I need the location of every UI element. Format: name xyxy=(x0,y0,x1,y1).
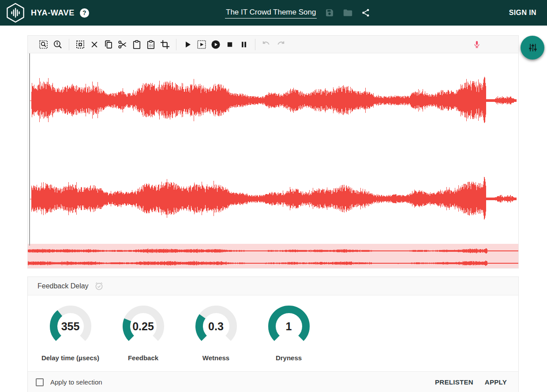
knob-row: 355 Delay time (µsecs) 0.25 Feedback 0.3… xyxy=(28,295,518,371)
knob-dial[interactable]: 0.25 xyxy=(121,304,165,348)
paste-audio-icon xyxy=(146,39,156,50)
knob-value: 1 xyxy=(267,304,311,348)
play-all-button[interactable] xyxy=(209,37,223,52)
knob-label: Delay time (µsecs) xyxy=(41,354,99,362)
toolbar-separator xyxy=(69,39,69,50)
scissors-icon xyxy=(117,39,128,50)
knob[interactable]: 1 Dryness xyxy=(252,304,325,362)
undo-button[interactable] xyxy=(259,37,274,52)
record-button[interactable] xyxy=(470,37,484,52)
crop-icon xyxy=(160,39,170,50)
effects-panel-fab[interactable] xyxy=(521,36,544,60)
knob-dial[interactable]: 0.3 xyxy=(194,304,238,348)
play-selection-icon xyxy=(196,39,207,50)
redo-icon xyxy=(275,39,286,50)
save-icon xyxy=(324,7,335,18)
pause-icon xyxy=(239,39,249,50)
play-circle-icon xyxy=(210,39,221,50)
share-button[interactable] xyxy=(360,7,371,18)
editor-toolbar xyxy=(28,36,518,53)
select-all-button[interactable] xyxy=(73,37,87,52)
play-icon xyxy=(182,39,193,50)
zoom-selection-icon xyxy=(38,39,49,50)
help-button[interactable]: ? xyxy=(80,8,89,18)
knob[interactable]: 0.3 Wetness xyxy=(180,304,252,362)
apply-to-selection-checkbox[interactable] xyxy=(36,378,44,386)
minimap-channel-left xyxy=(28,248,518,254)
document-title-group xyxy=(225,0,371,26)
redo-button[interactable] xyxy=(274,37,288,52)
main-content: Feedback Delay 355 Delay time (µsecs) xyxy=(0,26,547,392)
knob-label: Dryness xyxy=(276,354,302,362)
app-header: HYA-WAVE ? SIGN I xyxy=(0,0,547,26)
sign-in-button[interactable]: SIGN IN xyxy=(506,5,540,20)
paste-icon xyxy=(131,39,142,50)
waveform-svg xyxy=(28,53,518,244)
knob-value: 355 xyxy=(49,304,93,348)
help-icon: ? xyxy=(82,9,86,16)
knob-value: 0.3 xyxy=(194,304,238,348)
close-icon xyxy=(89,39,100,50)
apply-button[interactable]: APPLY xyxy=(482,375,510,389)
track-title-input[interactable] xyxy=(225,7,317,19)
open-file-button[interactable] xyxy=(342,7,353,18)
select-all-icon xyxy=(75,39,86,50)
stop-button[interactable] xyxy=(223,37,237,52)
microphone-icon xyxy=(472,40,482,49)
copy-icon xyxy=(103,39,114,50)
clear-selection-button[interactable] xyxy=(87,37,101,52)
share-icon xyxy=(361,8,371,18)
minimap-navigator[interactable] xyxy=(28,244,518,268)
waveform-channel-left xyxy=(30,77,516,123)
knob-label: Feedback xyxy=(128,354,158,362)
minimap-channel-right xyxy=(28,261,518,266)
alarm-check-icon xyxy=(94,281,104,291)
tune-sliders-icon xyxy=(527,42,538,53)
undo-icon xyxy=(261,39,272,50)
effect-panel-header: Feedback Delay xyxy=(28,277,518,295)
knob[interactable]: 355 Delay time (µsecs) xyxy=(34,304,107,362)
paste-button[interactable] xyxy=(130,37,144,52)
stop-icon xyxy=(225,39,235,50)
minimap-svg xyxy=(28,244,518,268)
prelisten-button[interactable]: PRELISTEN xyxy=(432,375,476,389)
brand-name: HYA-WAVE xyxy=(31,8,75,18)
knob-dial[interactable]: 355 xyxy=(49,304,93,348)
knob-label: Wetness xyxy=(202,354,229,362)
toolbar-separator xyxy=(176,39,176,50)
zoom-reset-button[interactable] xyxy=(51,37,65,52)
cut-button[interactable] xyxy=(116,37,130,52)
play-button[interactable] xyxy=(180,37,195,52)
waveform-display[interactable] xyxy=(28,53,518,244)
zoom-reset-icon xyxy=(52,39,63,50)
knob[interactable]: 0.25 Feedback xyxy=(107,304,180,362)
effect-panel: Feedback Delay 355 Delay time (µsecs) xyxy=(27,276,519,392)
effect-title: Feedback Delay xyxy=(37,282,89,290)
effect-panel-footer: Apply to selection PRELISTEN APPLY xyxy=(28,371,518,392)
knob-value: 0.25 xyxy=(121,304,165,348)
apply-to-selection-label: Apply to selection xyxy=(50,378,102,386)
waveform-channel-right xyxy=(30,177,516,220)
crop-button[interactable] xyxy=(158,37,172,52)
toolbar-separator xyxy=(255,39,255,50)
playhead-cursor[interactable] xyxy=(29,53,30,246)
zoom-selection-button[interactable] xyxy=(37,37,51,52)
editor-panel xyxy=(27,35,519,269)
pause-button[interactable] xyxy=(237,37,251,52)
paste-insert-button[interactable] xyxy=(144,37,158,52)
save-button[interactable] xyxy=(324,7,335,18)
app-logo-icon xyxy=(5,3,26,23)
folder-icon xyxy=(342,7,353,18)
play-selection-button[interactable] xyxy=(195,37,209,52)
knob-dial[interactable]: 1 xyxy=(267,304,311,348)
copy-button[interactable] xyxy=(101,37,116,52)
